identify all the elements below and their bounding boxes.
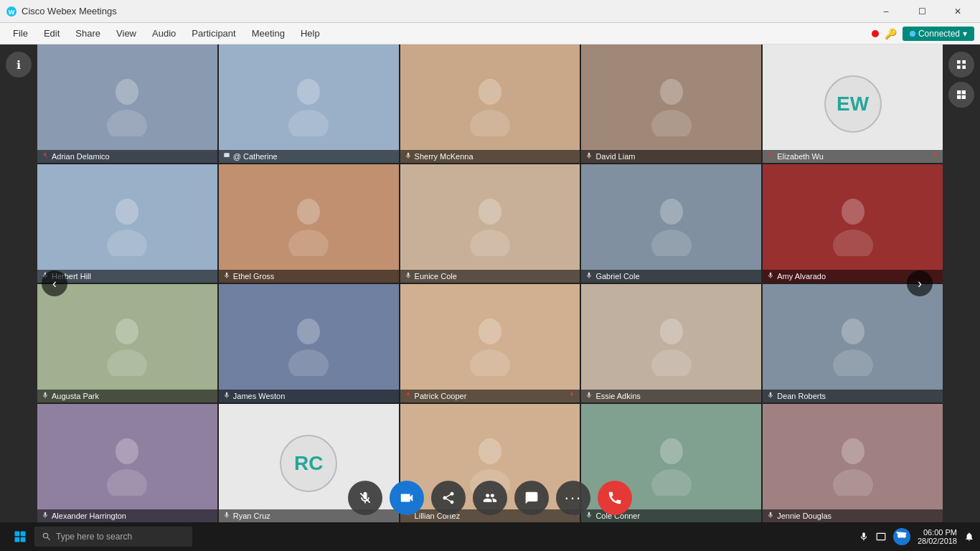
- video-cell-augusta-park[interactable]: Augusta Park: [37, 284, 217, 402]
- name-bar-jennie-douglas: Jennie Douglas: [763, 509, 943, 522]
- muted-mic-icon: [767, 152, 774, 161]
- svg-point-25: [297, 319, 320, 344]
- name-bar-elizabeth-wu: Elizabeth Wu: [763, 150, 943, 163]
- mic-icon: [405, 272, 412, 281]
- video-cell-ethel-gross[interactable]: Ethel Gross: [219, 164, 399, 283]
- chat-button[interactable]: [514, 481, 549, 515]
- search-placeholder: Type here to search: [56, 532, 132, 542]
- mute-button[interactable]: [348, 481, 382, 515]
- menu-help[interactable]: Help: [293, 25, 327, 42]
- video-cell-herbert-hill[interactable]: Herbert Hill: [37, 164, 217, 283]
- info-button[interactable]: ℹ: [6, 52, 32, 77]
- video-button[interactable]: [390, 481, 424, 515]
- video-cell-gabriel-cole[interactable]: Gabriel Cole: [581, 164, 761, 283]
- video-cell-david-liam[interactable]: David Liam: [581, 44, 761, 163]
- svg-point-3: [107, 110, 147, 136]
- svg-point-22: [833, 230, 873, 256]
- participant-name: Gabriel Cole: [595, 272, 639, 281]
- svg-point-23: [116, 319, 138, 344]
- connected-button[interactable]: Connected ▾: [903, 27, 974, 41]
- participant-name: Augusta Park: [52, 392, 99, 400]
- taskbar-right: 06:00 PM 28/02/2018: [859, 528, 974, 545]
- svg-point-17: [479, 199, 501, 225]
- menu-audio[interactable]: Audio: [145, 25, 183, 42]
- participant-name: Dean Roberts: [777, 392, 826, 400]
- name-bar-augusta-park: Augusta Park: [37, 390, 217, 402]
- share-icon: [441, 491, 456, 505]
- menu-right-area: 🔑 Connected ▾: [872, 27, 974, 41]
- menu-edit[interactable]: Edit: [37, 25, 67, 42]
- menu-meeting[interactable]: Meeting: [245, 25, 292, 42]
- menu-file[interactable]: File: [6, 25, 35, 42]
- svg-point-21: [842, 199, 864, 225]
- layout-button[interactable]: [948, 82, 974, 108]
- prev-page-button[interactable]: ‹: [42, 270, 67, 296]
- video-cell-eunice-cole[interactable]: Eunice Cole: [400, 164, 580, 283]
- video-cell-@-catherine[interactable]: @ Catherine: [219, 44, 399, 163]
- camera-icon: [399, 490, 415, 506]
- next-page-button[interactable]: ›: [907, 270, 933, 296]
- video-cell-sherry-mckenna[interactable]: Sherry McKenna: [400, 44, 580, 163]
- video-cell-patrick-cooper[interactable]: Patrick Cooper: [400, 284, 580, 402]
- svg-point-8: [479, 79, 501, 105]
- app-logo: W Cisco Webex Meetings: [6, 6, 117, 17]
- video-cell-elizabeth-wu[interactable]: EWElizabeth Wu: [763, 44, 943, 163]
- main-area: ℹ Adrian Delamico @ Catherine Sherry McK…: [0, 44, 980, 522]
- muted-mic-icon: [405, 392, 412, 400]
- participants-button[interactable]: [473, 481, 507, 515]
- menu-participant[interactable]: Participant: [184, 25, 242, 42]
- maximize-button[interactable]: ☐: [905, 0, 938, 23]
- video-cell-james-weston[interactable]: James Weston: [219, 284, 399, 402]
- name-bar-dean-roberts: Dean Roberts: [763, 390, 943, 402]
- name-bar-patrick-cooper: Patrick Cooper: [400, 390, 580, 402]
- mic-icon: [358, 491, 372, 505]
- participant-name: Essie Adkins: [595, 392, 640, 400]
- svg-text:W: W: [9, 9, 15, 16]
- name-bar-@-catherine: @ Catherine: [219, 150, 399, 163]
- video-cell-jennie-douglas[interactable]: Jennie Douglas: [763, 404, 943, 522]
- participant-name: Adrian Delamico: [52, 152, 110, 161]
- svg-point-42: [833, 469, 873, 496]
- mic-icon: [767, 272, 774, 281]
- key-icon: 🔑: [885, 28, 897, 39]
- more-button[interactable]: ···: [556, 481, 590, 515]
- video-cell-alexander-harrington[interactable]: Alexander Harrington: [37, 404, 217, 522]
- participants-icon: [483, 491, 497, 505]
- svg-rect-7: [224, 153, 230, 157]
- svg-point-5: [297, 79, 320, 105]
- start-button[interactable]: [6, 526, 34, 547]
- search-bar[interactable]: Type here to search: [34, 527, 192, 547]
- menu-share[interactable]: Share: [68, 25, 108, 42]
- close-button[interactable]: ✕: [941, 0, 974, 23]
- grid-view-button[interactable]: [948, 52, 974, 77]
- menu-view[interactable]: View: [109, 25, 143, 42]
- minimize-button[interactable]: –: [870, 0, 903, 23]
- participant-name: Jennie Douglas: [777, 512, 831, 520]
- mic-icon: [223, 152, 230, 161]
- svg-point-15: [297, 199, 320, 225]
- taskbar: Type here to search 06:00 PM 28/02/2018: [0, 522, 980, 551]
- more-dots-icon: ···: [565, 489, 582, 507]
- conn-dot: [910, 31, 915, 37]
- mic-icon: [223, 512, 230, 520]
- video-cell-dean-roberts[interactable]: Dean Roberts: [763, 284, 943, 402]
- participant-name: Ethel Gross: [233, 272, 274, 281]
- svg-point-14: [107, 230, 147, 256]
- svg-rect-45: [21, 532, 26, 537]
- video-cell-amy-alvarado[interactable]: Amy Alvarado: [763, 164, 943, 283]
- video-cell-adrian-delamico[interactable]: Adrian Delamico: [37, 44, 217, 163]
- video-grid: Adrian Delamico @ Catherine Sherry McKen…: [37, 44, 943, 522]
- chevron-down-icon: ▾: [963, 29, 967, 39]
- window-controls: – ☐ ✕: [870, 0, 974, 23]
- share-button[interactable]: [431, 481, 466, 515]
- video-cell-essie-adkins[interactable]: Essie Adkins: [581, 284, 761, 402]
- mic-icon: [585, 392, 593, 400]
- svg-rect-46: [15, 537, 20, 542]
- end-meeting-button[interactable]: [598, 481, 632, 515]
- svg-rect-44: [15, 532, 20, 537]
- mic-icon: [585, 152, 593, 161]
- svg-point-34: [116, 438, 138, 464]
- participant-name: Amy Alvarado: [777, 272, 826, 281]
- svg-point-31: [651, 349, 692, 376]
- svg-point-19: [660, 199, 683, 225]
